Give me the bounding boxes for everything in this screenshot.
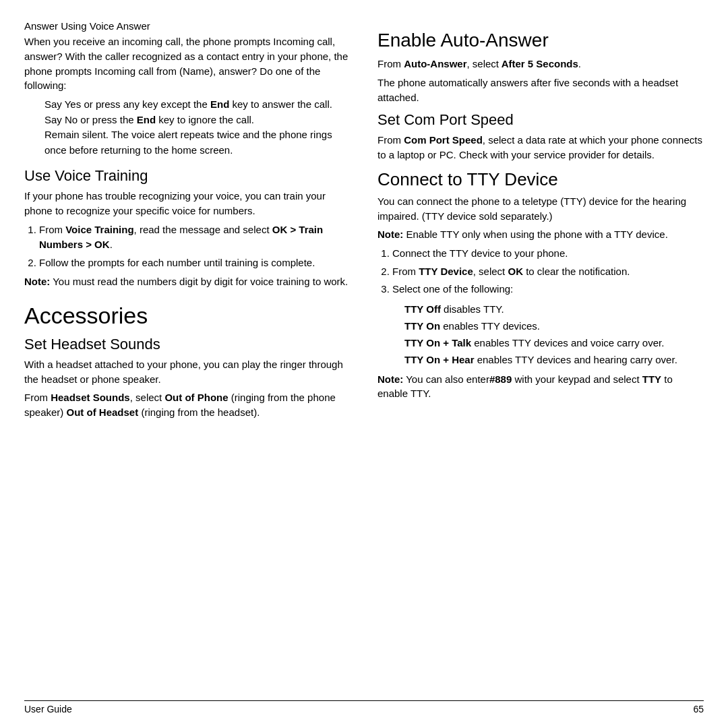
tty-note: Note: Enable TTY only when using the pho…: [377, 227, 704, 242]
auto-answer-para2: The phone automatically answers after fi…: [377, 75, 704, 105]
tty-option-talk: TTY On + Talk enables TTY devices and vo…: [404, 335, 704, 351]
section-com-port: Set Com Port Speed From Com Port Speed, …: [377, 111, 704, 162]
answer-item-2: Say No or press the End key to ignore th…: [44, 113, 351, 128]
tty-list-item-1: Connect the TTY device to your phone.: [392, 246, 704, 262]
section-headset-sounds: Set Headset Sounds With a headset attach…: [24, 336, 351, 420]
footer-left: User Guide: [24, 704, 72, 715]
tty-option-hear: TTY On + Hear enables TTY devices and he…: [404, 352, 704, 367]
headset-sounds-para1: With a headset attached to your phone, y…: [24, 357, 351, 387]
tty-list: Connect the TTY device to your phone. Fr…: [392, 246, 704, 297]
page-container: Answer Using Voice Answer When you recei…: [0, 0, 728, 728]
headset-sounds-title: Set Headset Sounds: [24, 336, 351, 353]
tty-note2: Note: You can also enter#889 with your k…: [377, 372, 704, 402]
voice-training-item-2: Follow the prompts for each number until…: [39, 255, 351, 271]
voice-training-item-1: From Voice Training, read the message an…: [39, 222, 351, 253]
tty-option-off: TTY Off disables TTY.: [404, 301, 704, 317]
left-column: Answer Using Voice Answer When you recei…: [24, 20, 357, 694]
footer-right: 65: [693, 704, 704, 715]
tty-title: Connect to TTY Device: [377, 169, 704, 190]
section-tty: Connect to TTY Device You can connect th…: [377, 169, 704, 401]
auto-answer-para1: From Auto-Answer, select After 5 Seconds…: [377, 57, 704, 71]
voice-training-list: From Voice Training, read the message an…: [39, 222, 351, 271]
section-voice-training-title: Use Voice Training: [24, 167, 351, 185]
answer-item-3: Remain silent. The voice alert repeats t…: [44, 127, 351, 158]
tty-para1: You can connect the phone to a teletype …: [377, 194, 704, 224]
tty-list-item-2: From TTY Device, select OK to clear the …: [392, 264, 704, 280]
voice-training-para1: If your phone has trouble recognizing yo…: [24, 189, 351, 218]
com-port-para1: From Com Port Speed, select a data rate …: [377, 133, 704, 162]
footer: User Guide 65: [24, 700, 704, 715]
section-voice-training: Use Voice Training If your phone has tro…: [24, 167, 351, 289]
section-accessories: Accessories: [24, 303, 351, 329]
right-column: Enable Auto-Answer From Auto-Answer, sel…: [371, 20, 704, 694]
tty-list-item-3: Select one of the following:: [392, 282, 704, 297]
tty-options: TTY Off disables TTY. TTY On enables TTY…: [377, 301, 704, 368]
auto-answer-title: Enable Auto-Answer: [377, 30, 704, 51]
section-auto-answer: Enable Auto-Answer From Auto-Answer, sel…: [377, 30, 704, 104]
voice-training-note: Note: You must read the numbers digit by…: [24, 274, 351, 289]
section-answer-voice: Answer Using Voice Answer When you recei…: [24, 20, 351, 158]
headset-sounds-para2: From Headset Sounds, select Out of Phone…: [24, 390, 351, 420]
tty-option-on: TTY On enables TTY devices.: [404, 318, 704, 334]
answer-item-1: Say Yes or press any key except the End …: [44, 97, 351, 113]
content-area: Answer Using Voice Answer When you recei…: [24, 20, 704, 694]
section-answer-voice-para1: When you receive an incoming call, the p…: [24, 34, 351, 93]
com-port-title: Set Com Port Speed: [377, 111, 704, 129]
accessories-title: Accessories: [24, 303, 351, 329]
section-answer-voice-title: Answer Using Voice Answer: [24, 20, 351, 32]
